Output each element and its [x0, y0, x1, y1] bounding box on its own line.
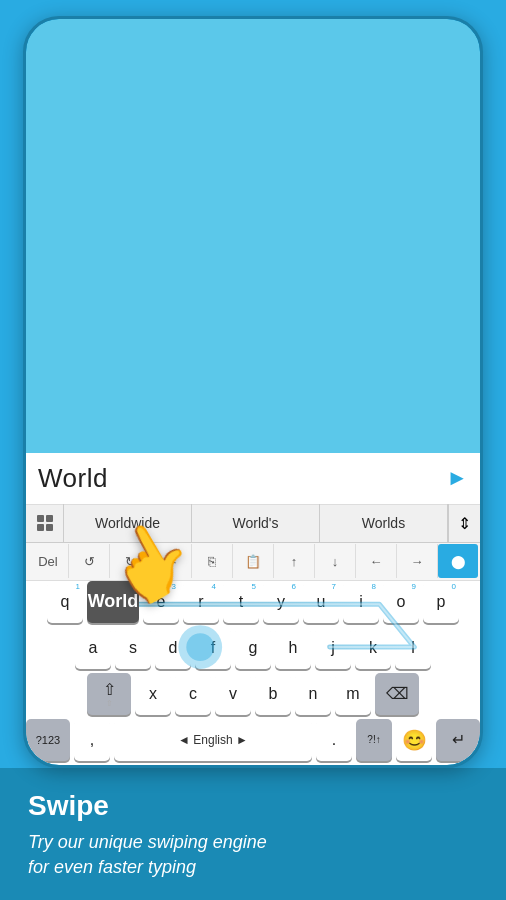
suggestion-worlds[interactable]: Worlds [320, 504, 448, 542]
shift-icon: ⇧ [103, 680, 116, 699]
delete-icon: ⌫ [386, 684, 409, 703]
redo-icon: ↻ [125, 554, 136, 569]
key-enter[interactable]: ↵ [436, 719, 480, 761]
key-e[interactable]: 3e [143, 581, 179, 623]
swipe-desc-text: Try our unique swiping enginefor even fa… [28, 832, 267, 877]
bottom-info: Swipe Try our unique swiping enginefor e… [0, 768, 506, 900]
send-icon[interactable]: ► [446, 465, 468, 491]
toolbar-redo-button[interactable]: ↻ [110, 544, 151, 578]
key-period[interactable]: . [316, 719, 352, 761]
key-v[interactable]: v [215, 673, 251, 715]
key-w-label: World [88, 591, 139, 612]
key-comma[interactable]: , [74, 719, 110, 761]
key-space[interactable]: ◄ English ► [114, 719, 312, 761]
suggestion-worlds-apostrophe[interactable]: World's [192, 504, 320, 542]
grid-icon [37, 515, 53, 531]
key-a[interactable]: a [75, 627, 111, 669]
keys-wrapper: 1q World 3e 4r 5t 6y 7u 8i 9o 0p a s [26, 581, 480, 761]
up-arrow-icon: ↑ [291, 554, 298, 569]
phone-screen: World ► Worldwide World's Worlds ⇕ [26, 19, 480, 765]
toolbar-clipboard-button[interactable]: 📋 [233, 544, 274, 578]
key-d[interactable]: d [155, 627, 191, 669]
toolbar-more-button[interactable]: ⬤ [438, 544, 478, 578]
key-s[interactable]: s [115, 627, 151, 669]
left-arrow-icon: ← [370, 554, 383, 569]
key-r[interactable]: 4r [183, 581, 219, 623]
key-c[interactable]: c [175, 673, 211, 715]
key-q[interactable]: 1q [47, 581, 83, 623]
key-row-a: a s d f g h j k l [26, 627, 480, 669]
key-y[interactable]: 6y [263, 581, 299, 623]
key-x[interactable]: x [135, 673, 171, 715]
swipe-description: Try our unique swiping enginefor even fa… [28, 830, 478, 880]
more-icon: ⬤ [451, 554, 466, 569]
key-num-switch[interactable]: ?123 [26, 719, 70, 761]
key-f[interactable]: f [195, 627, 231, 669]
toolbar-cut-button[interactable]: ✂ [151, 544, 192, 578]
key-p[interactable]: 0p [423, 581, 459, 623]
clipboard-icon: 📋 [245, 554, 261, 569]
key-shift[interactable]: ⇧ ⇧ [87, 673, 131, 715]
key-n[interactable]: n [295, 673, 331, 715]
key-delete[interactable]: ⌫ [375, 673, 419, 715]
toolbar-row: Del ↺ ↻ ✂ ⎘ 📋 ↑ ↓ ← → ⬤ [26, 543, 480, 581]
toolbar-del-button[interactable]: Del [28, 544, 69, 578]
key-g[interactable]: g [235, 627, 271, 669]
key-special-chars[interactable]: ?!↑ [356, 719, 392, 761]
toolbar-left-button[interactable]: ← [356, 544, 397, 578]
toolbar-undo-button[interactable]: ↺ [69, 544, 110, 578]
scroll-arrows-icon: ⇕ [458, 514, 471, 533]
toolbar-up-button[interactable]: ↑ [274, 544, 315, 578]
suggestions-bar: Worldwide World's Worlds ⇕ [26, 505, 480, 543]
key-j[interactable]: j [315, 627, 351, 669]
key-row-q: 1q World 3e 4r 5t 6y 7u 8i 9o 0p [26, 581, 480, 623]
undo-icon: ↺ [84, 554, 95, 569]
text-input-content: World [38, 463, 446, 494]
key-emoji[interactable]: 😊 [396, 719, 432, 761]
enter-icon: ↵ [452, 730, 465, 749]
cut-icon: ✂ [166, 554, 177, 569]
key-i[interactable]: 8i [343, 581, 379, 623]
screen-top-area [26, 19, 480, 453]
key-m[interactable]: m [335, 673, 371, 715]
key-row-bottom: ?123 , ◄ English ► . ?!↑ 😊 ↵ [26, 719, 480, 761]
right-arrow-icon: → [411, 554, 424, 569]
key-k[interactable]: k [355, 627, 391, 669]
key-h[interactable]: h [275, 627, 311, 669]
key-w[interactable]: World [87, 581, 139, 623]
swipe-title: Swipe [28, 790, 478, 822]
down-arrow-icon: ↓ [332, 554, 339, 569]
text-input-bar: World ► [26, 453, 480, 505]
key-b[interactable]: b [255, 673, 291, 715]
key-o[interactable]: 9o [383, 581, 419, 623]
phone-frame: World ► Worldwide World's Worlds ⇕ [23, 16, 483, 768]
suggestion-scroll-button[interactable]: ⇕ [448, 504, 480, 542]
key-l[interactable]: l [395, 627, 431, 669]
keyboard-area: World ► Worldwide World's Worlds ⇕ [26, 453, 480, 765]
suggestion-grid-button[interactable] [26, 504, 64, 542]
key-t[interactable]: 5t [223, 581, 259, 623]
suggestion-worldwide[interactable]: Worldwide [64, 504, 192, 542]
toolbar-down-button[interactable]: ↓ [315, 544, 356, 578]
toolbar-right-button[interactable]: → [397, 544, 438, 578]
del-label: Del [38, 554, 58, 569]
copy-icon: ⎘ [208, 554, 216, 569]
key-row-z: ⇧ ⇧ x c v b n m ⌫ [26, 673, 480, 715]
toolbar-copy-button[interactable]: ⎘ [192, 544, 233, 578]
key-u[interactable]: 7u [303, 581, 339, 623]
